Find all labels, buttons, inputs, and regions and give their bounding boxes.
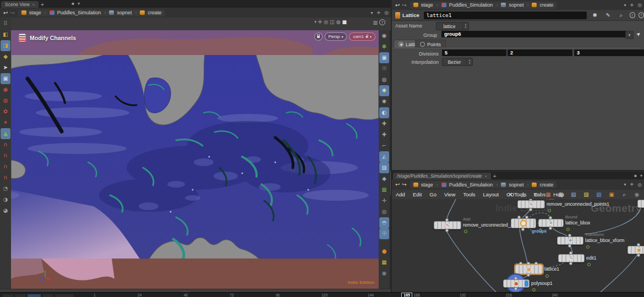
node-tile[interactable]: ∿: [434, 221, 461, 229]
snap-point-magnet-icon[interactable]: ∩: [1, 161, 10, 172]
tab-scene-view[interactable]: Scene View ×: [1, 1, 39, 8]
divisions-y-field[interactable]: 2: [507, 50, 572, 56]
lock-view-icon[interactable]: ▣: [379, 52, 389, 63]
show-objects-icon[interactable]: ◧: [1, 29, 10, 40]
path-dropdown-icon[interactable]: ▾: [370, 10, 373, 15]
reference-grid-icon[interactable]: ▦: [379, 184, 389, 195]
input-dot[interactable]: [517, 216, 521, 219]
pane-maximize-icon[interactable]: ■: [634, 173, 637, 178]
snap-grid-magnet-icon[interactable]: ∩: [1, 139, 10, 150]
light-pin-icon[interactable]: ☉: [379, 228, 389, 239]
pin-icon[interactable]: ✛: [318, 19, 323, 25]
gem-display-icon[interactable]: ◆: [379, 173, 389, 184]
group-select-arrow-icon[interactable]: ➤: [635, 31, 642, 38]
snap-square-icon[interactable]: ■: [342, 19, 347, 25]
view-menu-button[interactable]: Persp ▾: [325, 32, 347, 41]
node-tile[interactable]: ▣: [627, 246, 644, 254]
spacer[interactable]: [379, 239, 389, 246]
crumb-Puddles_Simulation[interactable]: Puddles_Simulation: [57, 10, 101, 15]
find-node-icon[interactable]: ⌕: [619, 189, 629, 200]
param-help-icon[interactable]: ?: [638, 12, 644, 18]
snap-cube-icon[interactable]: ◫: [330, 19, 335, 25]
crumb-stage[interactable]: stage: [421, 2, 433, 8]
view-pivot-icon[interactable]: ◔: [1, 183, 10, 194]
pin-pane-icon[interactable]: ✛: [630, 182, 634, 187]
back-arrow-icon[interactable]: ↩: [3, 10, 8, 16]
node-tile[interactable]: [511, 218, 536, 228]
back-arrow-icon[interactable]: ↩: [395, 182, 400, 188]
color-palette-icon[interactable]: ▦: [379, 257, 389, 268]
breadcrumb[interactable]: stage›Puddles_Simulation›sopnet›create: [410, 181, 557, 188]
output-dot[interactable]: [569, 262, 572, 265]
node-tile[interactable]: ●: [503, 279, 530, 288]
node-tile[interactable]: ▦: [515, 265, 543, 274]
output-dot[interactable]: [445, 229, 449, 232]
template-flag-dot[interactable]: [548, 209, 551, 212]
output-dot[interactable]: [521, 228, 525, 231]
viewport-3d[interactable]: Modify Channels Persp ▾ cam1 ▾ Indie Edi…: [11, 30, 379, 289]
view-clip-icon[interactable]: ◑: [1, 194, 10, 205]
shadows-icon[interactable]: ◐: [379, 107, 389, 118]
group-dropdown-button[interactable]: ▼: [625, 31, 634, 39]
rotate-pose-icon[interactable]: ◍: [1, 95, 10, 106]
crumb-stage[interactable]: stage: [29, 10, 41, 15]
forward-arrow-icon[interactable]: ↪: [402, 2, 406, 8]
node-tile[interactable]: ∿: [637, 200, 644, 208]
secure-selection-icon[interactable]: ▣: [1, 73, 10, 84]
output-dot[interactable]: [549, 227, 552, 230]
input-dot[interactable]: [519, 262, 522, 265]
grid-display-icon[interactable]: ▨: [379, 162, 389, 173]
help-icon[interactable]: ?: [379, 19, 385, 25]
node-tile[interactable]: ✎: [558, 254, 585, 262]
output-dot[interactable]: [529, 208, 532, 211]
node-name-field[interactable]: lattice1: [424, 12, 587, 19]
spinner-icon[interactable]: ▲▼: [462, 23, 468, 30]
input-dot[interactable]: [445, 218, 449, 222]
pose-library-icon[interactable]: ✿: [1, 106, 10, 117]
layout-columns-icon[interactable]: ▥: [373, 20, 378, 25]
radial-menu-icon[interactable]: ◎: [379, 206, 389, 217]
shade-circle-icon[interactable]: ◎: [324, 19, 328, 25]
hidden-tools-icon[interactable]: ✕: [505, 189, 515, 200]
brush-icon[interactable]: ✎: [603, 10, 613, 21]
menu-add[interactable]: Add: [396, 191, 405, 197]
view-mask-icon[interactable]: ◕: [1, 205, 10, 216]
tab-close-icon[interactable]: ×: [485, 174, 487, 178]
pin-pane-icon[interactable]: ✛: [376, 10, 380, 15]
flask-icon[interactable]: △: [518, 189, 528, 200]
new-tab-button[interactable]: +: [491, 173, 499, 179]
pose-tool-icon[interactable]: ◉: [1, 84, 10, 95]
pane-menu-chevron-icon[interactable]: ▾: [78, 1, 80, 6]
parameter-list-icon[interactable]: ≣: [531, 189, 541, 200]
divisions-x-field[interactable]: 5: [442, 50, 506, 56]
radial-menu-icon[interactable]: ◎: [637, 182, 642, 188]
gear-presets-icon[interactable]: ✱: [590, 10, 600, 21]
group-field[interactable]: group6: [441, 31, 629, 37]
high-quality-light-icon[interactable]: ✱: [379, 96, 389, 107]
headlight-icon[interactable]: ☉: [379, 63, 389, 74]
template-flag-dot[interactable]: [587, 263, 591, 266]
select-arrow-icon[interactable]: ➤: [1, 62, 10, 73]
radial-menu-icon[interactable]: ◎: [637, 2, 642, 8]
output-dot[interactable]: [568, 244, 571, 248]
hand-tool-icon[interactable]: ✚: [379, 118, 389, 129]
input-dot[interactable]: [549, 216, 552, 219]
path-dropdown-icon[interactable]: ▾: [624, 182, 626, 187]
network-canvas[interactable]: Indie Edition Geometry: [392, 199, 644, 293]
menu-view[interactable]: View: [444, 191, 455, 197]
menu-go[interactable]: Go: [429, 191, 436, 197]
breadcrumb[interactable]: stage›Puddles_Simulation›sopnet›create: [410, 2, 557, 9]
new-tab-button[interactable]: +: [39, 1, 46, 8]
asset-name-dropdown[interactable]: lattice ▲▼: [436, 22, 469, 30]
snap-multi-magnet-icon[interactable]: ∩: [1, 172, 10, 183]
display-flag[interactable]: [525, 280, 528, 287]
camera-menu-button[interactable]: cam1 ▾: [349, 32, 375, 41]
search-icon[interactable]: ⌕: [616, 10, 626, 21]
interpolation-dropdown[interactable]: Bezier ▲▼: [442, 58, 473, 66]
corner-ruler-icon[interactable]: ⌐: [379, 140, 389, 151]
crumb-sopnet[interactable]: sopnet: [117, 10, 132, 15]
playbar[interactable]: 124487296120144168192216240165: [0, 292, 644, 297]
grid-layout-icon[interactable]: ▦: [556, 189, 566, 200]
template-flag-dot[interactable]: [532, 288, 536, 292]
background-image-icon[interactable]: ◭: [379, 151, 389, 162]
